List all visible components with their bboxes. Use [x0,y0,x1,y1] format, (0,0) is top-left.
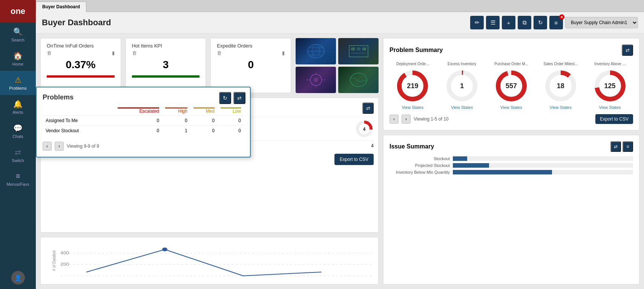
image-tech [338,38,379,64]
bar-container-projected [453,163,633,168]
page-header: Buyer Dashboard ✏ ☰ + ⧉ ↻ ≡ ★ Buyer Supp… [36,12,644,34]
bar-fill-below-min [453,170,552,174]
col-escalated-header: Escalated [115,106,162,116]
ps-chart-btn[interactable]: ⇄ [622,44,633,56]
donut-item-1: Deployment Orde... 219 View States [389,62,436,110]
copy-button[interactable]: ⧉ [518,16,531,29]
donut-value-3: 557 [506,82,517,90]
sidebar-item-home[interactable]: 🏠 Home [0,47,36,71]
donut-value-1: 219 [407,82,418,90]
problems-panel-title: Problems [43,93,244,101]
svg-text:400: 400 [60,251,69,255]
chart-y-label: # of Databot [52,251,56,271]
donut-item-4: Sales Order Milest... 18 View States [537,62,584,110]
kpi-ontime-icons: 🗑 ▮ [47,50,115,56]
chart-content: 400 200 [60,242,374,280]
svg-text:4: 4 [363,127,366,132]
sidebar-item-problems[interactable]: ⚠ Problems [0,71,36,95]
svg-rect-6 [351,47,355,50]
ps-next-btn[interactable]: › [402,115,411,124]
proc-item-2-count: 4 [371,143,374,148]
user-dropdown[interactable]: Buyer Supply Chain Admin1 [565,17,638,28]
kpi-hotitems-title: Hot Items KPI [132,43,200,49]
donut-value-2: 1 [460,82,464,90]
kpi-ontime: OnTime InFull Orders 🗑 ▮ 0.37% [40,38,121,93]
ps-title: Problem Summary [389,47,443,54]
view-states-link-5[interactable]: View States [599,105,621,110]
left-column: OnTime InFull Orders 🗑 ▮ 0.37% Hot Items… [40,38,379,284]
sidebar-item-alerts[interactable]: 🔔 Alerts [0,95,36,119]
row-1-name: Assigned To Me [43,116,115,126]
header-tools: ✏ ☰ + ⧉ ↻ ≡ ★ Buyer Supply Chain Admin1 [470,16,638,29]
problems-panel: Problems ↻ ⇄ Escalated High Med [36,87,251,157]
sidebar-label-alerts: Alerts [12,110,23,115]
home-icon: 🏠 [13,51,23,60]
right-column: Problem Summary ⇄ Deployment Orde... [383,38,639,284]
chat-icon: 💬 [13,124,23,133]
view-states-link-2[interactable]: View States [451,105,473,110]
issue-bars: Stockout Projected Stockout Inventory Be… [389,156,633,174]
donut-container-3: 557 [494,69,528,103]
donut-item-3: Purchase Order M... 557 View States [488,62,535,110]
tab-bar: Buyer Dashboard [36,0,644,12]
view-states-link-3[interactable]: View States [500,105,522,110]
add-button[interactable]: + [502,16,515,29]
donut-container-4: 18 [544,69,578,103]
sidebar-label-chats: Chats [12,134,23,139]
image-circuit [296,67,336,93]
donut-svg-1: 4 [355,119,374,138]
problems-prev-btn[interactable]: ‹ [43,142,52,151]
tab-buyer-dashboard[interactable]: Buyer Dashboard [36,2,86,12]
ps-header: Problem Summary ⇄ [389,44,633,56]
issue-bar-projected: Projected Stockout [389,163,633,168]
donut-label-5: Inventory Above ... [594,62,626,66]
svg-point-16 [350,73,367,87]
procurement-settings-btn[interactable]: ⇄ [362,102,374,114]
bar-label-below-min: Inventory Below Min Quantity [389,170,450,174]
kpi-expedite: Expedite Orders 🗑 ▮ 0 [210,38,291,93]
menu-icon: ≡ [16,172,20,180]
is-chart-btn[interactable]: ⇄ [610,141,621,152]
problems-next-btn[interactable]: › [55,142,64,151]
issue-bar-below-min: Inventory Below Min Quantity [389,170,633,174]
image-world [338,67,379,93]
problems-refresh-btn[interactable]: ↻ [219,92,231,104]
notification-button[interactable]: ≡ ★ [549,16,563,29]
is-btns: ⇄ ≡ [610,141,633,152]
problems-settings-btn[interactable]: ⇄ [233,92,245,104]
problems-panel-btns: ↻ ⇄ [219,92,245,104]
list-button[interactable]: ☰ [486,16,500,29]
row-1-high: 0 [162,116,190,126]
export-csv-btn[interactable]: Export to CSV [334,154,374,165]
col-low-header: Low [218,106,244,116]
refresh-button[interactable]: ↻ [534,16,547,29]
sidebar-item-search[interactable]: 🔍 Search [0,23,36,47]
row-2-name: Vendor Stockout [43,126,115,136]
sidebar-item-chats[interactable]: 💬 Chats [0,119,36,143]
user-avatar: 👤 [11,271,25,284]
is-list-btn[interactable]: ≡ [623,141,633,152]
sidebar-item-menus[interactable]: ≡ Menus/Favs [0,167,36,191]
page-title: Buyer Dashboard [42,18,470,28]
ps-export-btn[interactable]: Export to CSV [595,114,633,124]
kpi-ontime-icon-left: 🗑 [47,50,52,56]
donut-label-3: Purchase Order M... [494,62,528,66]
sidebar-item-avatar[interactable]: 👤 [0,266,36,289]
sidebar-label-switch: Switch [12,158,24,163]
sidebar-item-switch[interactable]: ⇄ Switch [0,143,36,167]
kpi-expedite-title: Expedite Orders [217,43,285,49]
problems-table: Escalated High Med Low Assigned To Me [43,106,244,136]
edit-button[interactable]: ✏ [470,16,484,29]
view-states-link-1[interactable]: View States [402,105,423,110]
bar-container-stockout [453,156,633,161]
ps-prev-btn[interactable]: ‹ [389,115,399,124]
donut-container-2: 1 [445,69,479,103]
view-states-link-4[interactable]: View States [550,105,572,110]
problems-pagination: ‹ › Viewing 9-9 of 9 [43,142,244,151]
row-2-high: 1 [162,126,190,136]
ps-page-info: Viewing 1-5 of 10 [414,116,592,122]
kpi-ontime-bar [47,75,115,78]
bar-label-stockout: Stockout [389,156,450,161]
sidebar-label-menus: Menus/Favs [7,182,29,187]
donut-label-4: Sales Order Milest... [543,62,578,66]
